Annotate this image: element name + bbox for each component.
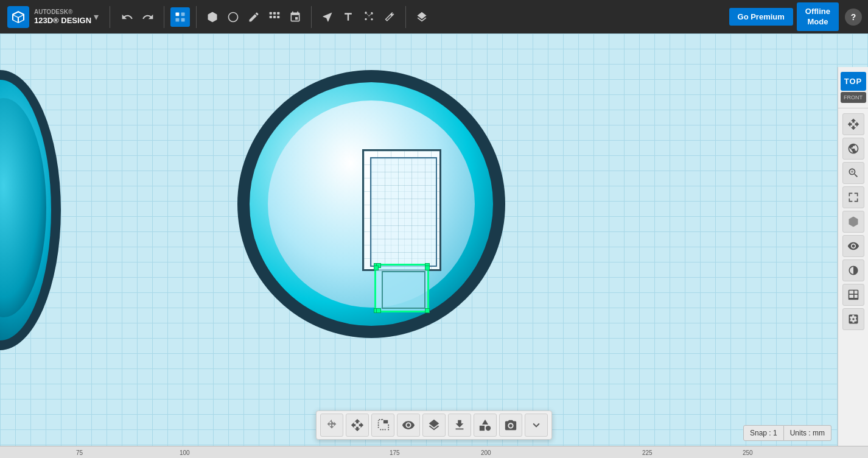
main-tools-group: [199, 7, 309, 27]
svg-rect-11: [480, 426, 485, 431]
snap-units-bar: Snap : 1 Units : mm: [743, 425, 831, 441]
rect-shape[interactable]: [362, 149, 441, 271]
ruler-button[interactable]: [380, 7, 399, 27]
bottom-select-button[interactable]: [371, 414, 394, 437]
svg-rect-0: [176, 12, 180, 16]
premium-button[interactable]: Go Premium: [729, 8, 793, 26]
svg-rect-6: [277, 12, 279, 14]
text-button[interactable]: [338, 7, 358, 27]
toolbar: AUTODESK® 123D® DESIGN ▾: [0, 0, 868, 33]
bottom-toolbar: [316, 410, 552, 440]
bottom-menu-button[interactable]: [525, 414, 548, 437]
toolbar-divider-2: [164, 6, 164, 28]
snap-control[interactable]: Snap : 1: [743, 425, 784, 441]
ruler-mark-100: 100: [180, 449, 190, 456]
right-panel: TOP FRONT: [838, 67, 868, 446]
redo-button[interactable]: [138, 7, 158, 27]
shadow-button[interactable]: [842, 259, 864, 281]
offline-button[interactable]: OfflineMode: [797, 2, 839, 32]
main-circle-inner: [268, 100, 475, 308]
secondary-tools-group: [314, 7, 403, 27]
orbit-button[interactable]: [842, 138, 864, 160]
bottom-snapshot-button[interactable]: [499, 414, 522, 437]
3d-scene: [0, 33, 868, 458]
bottom-visibility-button[interactable]: [397, 414, 420, 437]
toolbar-divider-4: [311, 6, 312, 28]
bottom-transform-button[interactable]: [346, 414, 369, 437]
units-control[interactable]: Units : mm: [784, 425, 831, 441]
ruler-mark-250: 250: [743, 449, 753, 456]
ruler-mark-200: 200: [481, 449, 491, 456]
undo-button[interactable]: [117, 7, 137, 27]
grid-settings-button[interactable]: [842, 284, 864, 306]
transform-tool-button[interactable]: [170, 7, 190, 27]
autodesk-logo-icon: [7, 6, 29, 28]
appearance-button[interactable]: [842, 235, 864, 257]
sel-handle-br: [425, 308, 430, 313]
perspective-button[interactable]: [842, 211, 864, 233]
layers-tool-group: [408, 7, 435, 27]
svg-rect-8: [273, 15, 276, 18]
settings-button[interactable]: [842, 308, 864, 330]
layers-button[interactable]: [412, 7, 432, 27]
undo-redo-group: [114, 7, 161, 27]
left-circle-shape: [0, 70, 61, 350]
sel-handle-bm: [376, 308, 381, 313]
svg-point-10: [486, 426, 491, 431]
rect-shape-inner: [370, 157, 437, 267]
bottom-solid-button[interactable]: [474, 414, 497, 437]
svg-rect-2: [176, 18, 180, 21]
toolbar-divider-1: [110, 6, 110, 28]
bottom-move-button[interactable]: [320, 414, 343, 437]
top-view-button[interactable]: TOP: [841, 72, 866, 91]
ruler-bottom: 75 100 175 200 225 250: [0, 446, 868, 458]
pattern-button[interactable]: [265, 7, 284, 27]
help-button[interactable]: ?: [845, 9, 862, 26]
pan-button[interactable]: [842, 113, 864, 135]
canvas-area: TOP FRONT: [0, 33, 868, 458]
ruler-mark-75: 75: [76, 449, 83, 456]
bottom-export-button[interactable]: [448, 414, 471, 437]
sel-handle-mr: [425, 266, 430, 270]
transform-tools-group: [167, 7, 194, 27]
svg-rect-7: [270, 15, 272, 18]
logo-text: AUTODESK® 123D® DESIGN: [34, 8, 91, 26]
logo-area: AUTODESK® 123D® DESIGN ▾: [0, 6, 106, 28]
logo-dropdown-icon[interactable]: ▾: [94, 11, 99, 23]
view-indicator: TOP FRONT: [838, 72, 868, 103]
combine-button[interactable]: [285, 7, 305, 27]
ruler-mark-175: 175: [390, 449, 400, 456]
zoom-button[interactable]: [842, 162, 864, 184]
rect-inner-grid: [371, 158, 436, 266]
ruler-mark-225: 225: [642, 449, 653, 456]
spline-button[interactable]: [359, 7, 379, 27]
small-selected-box[interactable]: [374, 264, 429, 312]
left-circle-inner: [0, 98, 46, 317]
sketch-button[interactable]: [223, 7, 243, 27]
bottom-layers-button[interactable]: [422, 414, 446, 437]
svg-rect-1: [181, 12, 185, 16]
toolbar-divider-5: [405, 6, 406, 28]
3d-view-button[interactable]: [318, 7, 337, 27]
modify-button[interactable]: [244, 7, 264, 27]
svg-rect-5: [273, 12, 276, 14]
svg-rect-9: [277, 15, 279, 18]
fit-button[interactable]: [842, 186, 864, 208]
front-view-button[interactable]: FRONT: [841, 92, 866, 103]
small-box-inner: [382, 271, 425, 309]
panel-divider: [838, 108, 868, 108]
svg-rect-4: [270, 12, 272, 14]
primitives-button[interactable]: [203, 7, 222, 27]
sel-handle-ml: [374, 266, 379, 270]
main-circle-shape: [237, 70, 505, 338]
toolbar-divider-3: [196, 6, 197, 28]
svg-rect-3: [181, 18, 185, 21]
